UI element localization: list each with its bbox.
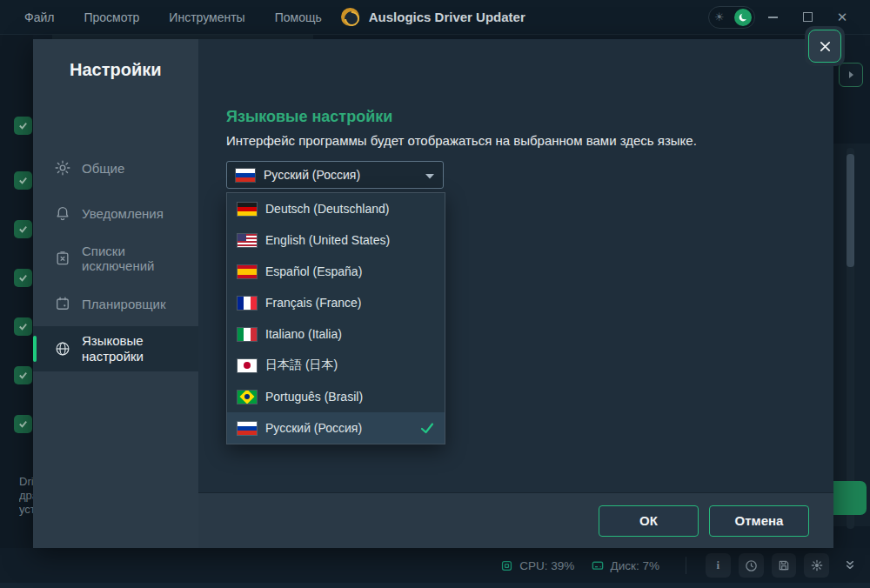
language-option-francais[interactable]: Français (France)	[227, 287, 445, 318]
language-option-japanese[interactable]: 日本語 (日本)	[227, 350, 445, 381]
language-select[interactable]: Русский (Россия)	[226, 161, 444, 189]
scrollbar-thumb[interactable]	[847, 154, 854, 267]
save-button[interactable]	[772, 553, 797, 578]
active-indicator-bar	[33, 336, 37, 362]
moon-icon	[734, 9, 752, 26]
close-icon	[808, 30, 841, 63]
globe-icon	[54, 340, 71, 357]
minimize-button[interactable]	[755, 4, 790, 30]
ok-button[interactable]: ОК	[599, 505, 699, 537]
app-window: Файл Просмотр Инструменты Помощь Auslogi…	[0, 0, 870, 588]
language-option-label: Deutsch (Deutschland)	[265, 202, 389, 216]
driver-checkbox[interactable]	[14, 220, 32, 238]
statusbar-separator	[686, 557, 686, 574]
theme-toggle[interactable]: ☀	[708, 6, 755, 29]
language-option-deutsch[interactable]: Deutsch (Deutschland)	[227, 193, 445, 224]
germany-flag-icon	[238, 203, 257, 216]
language-option-label: 日本語 (日本)	[265, 357, 338, 373]
language-option-english[interactable]: English (United States)	[227, 224, 445, 256]
exclusion-list-icon	[54, 250, 71, 267]
language-option-label: Español (España)	[265, 264, 362, 278]
brazil-flag-icon	[238, 391, 257, 404]
russia-flag-icon	[236, 169, 255, 182]
france-flag-icon	[238, 297, 257, 310]
language-option-label: Français (France)	[265, 296, 361, 310]
driver-list-checkbox-column	[0, 35, 33, 550]
driver-checkbox[interactable]	[14, 317, 32, 336]
driver-checkbox[interactable]	[14, 269, 32, 287]
menu-tools[interactable]: Инструменты	[169, 10, 244, 24]
gear-icon	[54, 159, 71, 177]
language-option-label: English (United States)	[265, 233, 390, 247]
japan-flag-icon	[238, 359, 257, 372]
cancel-button[interactable]: Отмена	[709, 505, 809, 537]
info-button[interactable]: i	[706, 553, 731, 578]
window-bottom-strip	[0, 583, 870, 588]
sidebar-item-label: Языковые настройки	[82, 333, 144, 364]
cpu-readout: CPU: 39%	[499, 558, 574, 573]
sidebar-item-label: Уведомления	[82, 206, 164, 221]
language-option-russian-selected[interactable]: Русский (Россия)	[227, 412, 445, 444]
driver-checkbox[interactable]	[14, 171, 32, 190]
language-option-label: Português (Brasil)	[265, 390, 363, 404]
bell-icon	[54, 204, 71, 222]
cpu-icon	[499, 558, 514, 573]
app-title: Auslogics Driver Updater	[369, 10, 525, 24]
dialog-close-button[interactable]	[805, 26, 845, 66]
sidebar-item-notifications[interactable]: Уведомления	[33, 190, 198, 236]
background-clipped-text: Driv дра уст	[19, 475, 34, 517]
usa-flag-icon	[238, 234, 257, 247]
sidebar-item-exclusion-lists[interactable]: Списки исключений	[33, 236, 198, 281]
sidebar-item-label: Планировщик	[82, 297, 165, 311]
titlebar: Файл Просмотр Инструменты Помощь Auslogi…	[0, 0, 870, 35]
settings-sidebar: Настройки Общие Уведомления Списки исклю…	[33, 39, 198, 548]
sidebar-item-general[interactable]: Общие	[33, 145, 198, 190]
disk-icon	[590, 558, 606, 573]
settings-dialog: Настройки Общие Уведомления Списки исклю…	[33, 39, 833, 548]
history-button[interactable]	[739, 553, 764, 578]
statusbar: CPU: 39% Диск: 7% i	[0, 548, 870, 583]
language-option-label: Italiano (Italia)	[265, 327, 342, 341]
language-option-portugues[interactable]: Português (Brasil)	[227, 381, 445, 412]
driver-checkbox[interactable]	[14, 415, 32, 433]
russia-flag-icon	[238, 422, 257, 435]
language-option-espanol[interactable]: Español (España)	[227, 256, 445, 287]
menu-file[interactable]: Файл	[24, 10, 54, 24]
italy-flag-icon	[238, 328, 257, 341]
language-select-value: Русский (Россия)	[264, 168, 360, 182]
driver-checkbox[interactable]	[14, 366, 32, 384]
page-description: Интерфейс программы будет отображаться н…	[226, 133, 697, 148]
disk-readout: Диск: 7%	[590, 558, 659, 573]
collapse-chevrons-button[interactable]	[837, 553, 862, 578]
settings-heading: Настройки	[70, 60, 162, 80]
dialog-footer: ОК Отмена	[198, 492, 833, 548]
driver-checkbox[interactable]	[14, 117, 32, 135]
sidebar-item-label: Общие	[82, 161, 124, 176]
language-dropdown-list: Deutsch (Deutschland) English (United St…	[226, 192, 445, 444]
language-option-italiano[interactable]: Italiano (Italia)	[227, 318, 445, 350]
scheduler-icon	[54, 295, 71, 312]
chevron-down-icon	[425, 168, 434, 182]
sidebar-item-label: Списки исключений	[82, 244, 198, 273]
sun-icon: ☀	[714, 11, 725, 23]
checkmark-icon	[420, 422, 434, 434]
sidebar-item-scheduler[interactable]: Планировщик	[33, 281, 198, 326]
spain-flag-icon	[238, 265, 257, 278]
auslogics-logo-icon	[341, 8, 359, 26]
language-option-label: Русский (Россия)	[265, 421, 362, 435]
page-title: Языковые настройки	[226, 108, 392, 126]
settings-gear-button[interactable]	[804, 553, 829, 578]
forward-arrow-button[interactable]	[839, 63, 863, 87]
menu-help[interactable]: Помощь	[275, 10, 322, 24]
menu-view[interactable]: Просмотр	[84, 10, 139, 24]
sidebar-item-language-settings[interactable]: Языковые настройки	[33, 326, 198, 371]
